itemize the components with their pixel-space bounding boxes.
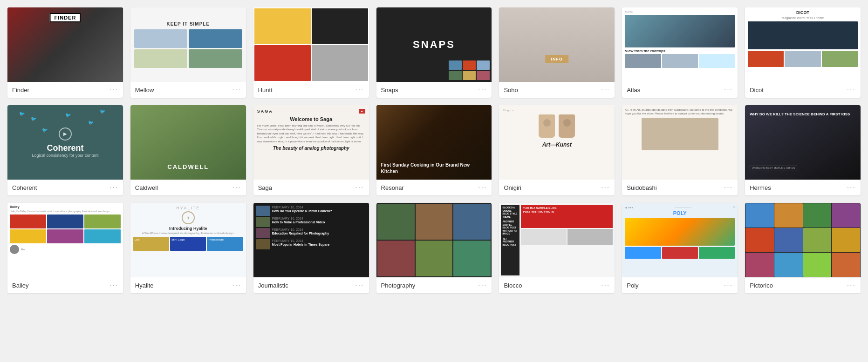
- bailey-header: Bailey: [10, 205, 121, 208]
- atlas-header: SOHO: [625, 10, 735, 13]
- theme-options-resonar[interactable]: ···: [478, 183, 487, 192]
- theme-card-finder[interactable]: FINDER Finder ···: [7, 7, 123, 98]
- theme-name-journalistic: Journalistic: [258, 282, 288, 289]
- onigiri-header: Onigiri ···: [503, 109, 514, 112]
- jour-item-4: FEBRUARY 10, 2014 Most Popular Hotels in…: [256, 239, 366, 249]
- poly-grid: [625, 247, 735, 259]
- theme-name-resonar: Resonar: [381, 184, 404, 191]
- theme-options-pictorico[interactable]: ···: [847, 281, 856, 289]
- theme-options-caldwell[interactable]: ···: [232, 183, 241, 192]
- theme-card-mellow[interactable]: KEEP IT SIMPLE Mellow ···: [130, 7, 246, 98]
- hyalite-gallery: Lux Mini Logo Promenade: [133, 237, 243, 251]
- theme-card-suidobashi[interactable]: A.I. (TM) Art, an artist doll designs fr…: [622, 105, 738, 195]
- theme-card-blocco[interactable]: BLOGCO A UNIQUE BLOG STYLE THEME ANOTHER…: [499, 203, 615, 293]
- dicot-cell-1: [748, 51, 784, 67]
- theme-card-poly[interactable]: ◀ ●●● —————— ≡ POLY Poly ···: [622, 203, 738, 293]
- theme-card-journalistic[interactable]: FEBRUARY 10, 2014 How Do You Operate a 3…: [253, 203, 369, 293]
- theme-options-onigiri[interactable]: ···: [601, 183, 610, 192]
- atlas-small-1: [625, 54, 661, 68]
- onigiri-bag-1: [539, 114, 555, 138]
- blocco-top-text: THIS IS A SAMPLE BLOG POST WITH NO PHOTO: [523, 207, 560, 214]
- saga-header: SAGA ■: [257, 109, 365, 114]
- hyalite-logo: HYALITE: [176, 206, 200, 210]
- hyalite-gallery-cell-2: Mini Logo: [170, 237, 206, 251]
- theme-footer-poly: Poly ···: [622, 277, 738, 293]
- theme-options-blocco[interactable]: ···: [601, 281, 610, 289]
- poly-header-bar: ◀ ●●● —————— ≡: [625, 206, 735, 209]
- atlas-hero: [625, 15, 735, 47]
- theme-thumbnail-caldwell: CALDWELL: [130, 105, 246, 180]
- theme-options-snaps[interactable]: ···: [478, 86, 487, 94]
- huntt-cell-3: [254, 45, 311, 81]
- theme-footer-snaps: Snaps ···: [376, 82, 492, 98]
- theme-card-atlas[interactable]: SOHO View from the rooftops Atlas ···: [622, 7, 738, 98]
- theme-card-hyalite[interactable]: HYALITE ✦ Introducing Hyalite A WordPres…: [130, 203, 246, 293]
- snaps-mini-3: [477, 60, 490, 70]
- hyalite-gallery-cell-3: Promenade: [207, 237, 243, 251]
- theme-card-resonar[interactable]: First Sunday Cooking in Our Brand New Ki…: [376, 105, 492, 195]
- theme-footer-soho: Soho ···: [499, 82, 615, 98]
- theme-thumbnail-resonar: First Sunday Cooking in Our Brand New Ki…: [376, 105, 492, 180]
- onigiri-bag-2: [559, 114, 575, 138]
- suidobashi-img: [642, 118, 718, 150]
- theme-options-finder[interactable]: ···: [109, 86, 118, 94]
- hyalite-title: Introducing Hyalite: [169, 226, 207, 231]
- soho-info-label: INFO: [546, 55, 569, 63]
- suidobashi-text: A.I. (TM) Art, an artist doll designs fr…: [625, 108, 735, 116]
- theme-options-poly[interactable]: ···: [724, 281, 733, 289]
- theme-options-photography[interactable]: ···: [478, 281, 487, 289]
- caldwell-text: CALDWELL: [130, 163, 246, 170]
- theme-options-coherent[interactable]: ···: [109, 183, 118, 192]
- theme-options-mellow[interactable]: ···: [232, 86, 241, 94]
- pictorico-cell-10: [774, 253, 803, 277]
- hyalite-emblem: ✦: [182, 211, 195, 224]
- coherent-birds-bg: 🐦 🐦 🐦 🐦 🐦 🐦: [7, 105, 123, 180]
- theme-card-snaps[interactable]: SNAPS Snaps ···: [376, 7, 492, 98]
- theme-card-onigiri[interactable]: Onigiri ··· Art—Kunst Onigiri ···: [499, 105, 615, 195]
- theme-name-onigiri: Onigiri: [504, 184, 521, 191]
- theme-card-bailey[interactable]: Bailey Hello, I'm Bailey. I'm a mixed me…: [7, 203, 123, 293]
- coherent-play-btn[interactable]: ▶: [59, 127, 72, 141]
- theme-card-caldwell[interactable]: CALDWELL Caldwell ···: [130, 105, 246, 195]
- snaps-mini-2: [463, 60, 476, 70]
- theme-card-coherent[interactable]: 🐦 🐦 🐦 🐦 🐦 🐦 ▶ Coherent Logical consisten…: [7, 105, 123, 195]
- theme-options-hyalite[interactable]: ···: [232, 281, 241, 289]
- snaps-mini-4: [449, 71, 462, 80]
- jour-img-2: [256, 217, 270, 227]
- soho-portrait: INFO: [499, 7, 615, 82]
- theme-card-pictorico[interactable]: Pictorico ···: [745, 203, 861, 293]
- theme-footer-coherent: Coherent ···: [7, 180, 123, 195]
- theme-options-suidobashi[interactable]: ···: [724, 183, 733, 192]
- theme-thumbnail-dicot: DICOT Magazine WordPress Theme: [745, 7, 861, 82]
- mellow-title: KEEP IT SIMPLE: [166, 21, 210, 27]
- bailey-cell-5: [47, 229, 83, 243]
- theme-footer-blocco: Blocco ···: [499, 277, 615, 293]
- theme-name-dicot: Dicot: [750, 87, 764, 94]
- theme-thumbnail-journalistic: FEBRUARY 10, 2014 How Do You Operate a 3…: [253, 203, 369, 277]
- jour-item-1: FEBRUARY 10, 2014 How Do You Operate a 3…: [256, 206, 366, 216]
- blocco-bottom-cell-2: [567, 229, 613, 245]
- blocco-left-text1: BLOGCO A UNIQUE BLOG STYLE THEME: [502, 206, 518, 218]
- onigiri-bags: [539, 114, 575, 138]
- theme-options-hermes[interactable]: ···: [847, 183, 856, 192]
- theme-card-soho[interactable]: INFO Soho ···: [499, 7, 615, 98]
- theme-card-huntt[interactable]: Huntt ···: [253, 7, 369, 98]
- theme-card-dicot[interactable]: DICOT Magazine WordPress Theme Dicot ···: [745, 7, 861, 98]
- jour-num-3: FEBRUARY 10, 2014: [272, 228, 329, 231]
- resonar-text: First Sunday Cooking in Our Brand New Ki…: [381, 162, 487, 175]
- bailey-cell-1: [10, 215, 46, 228]
- theme-options-bailey[interactable]: ···: [109, 281, 118, 289]
- theme-options-journalistic[interactable]: ···: [355, 281, 364, 289]
- theme-card-hermes[interactable]: WHY DO WE KILL? THE SCIENCE BEHIND A FIR…: [745, 105, 861, 195]
- theme-options-huntt[interactable]: ···: [355, 86, 364, 94]
- huntt-cell-1: [254, 8, 311, 44]
- theme-options-saga[interactable]: ···: [355, 183, 364, 192]
- theme-options-atlas[interactable]: ···: [724, 86, 733, 94]
- theme-card-saga[interactable]: SAGA ■ Welcome to Saga For many years, I…: [253, 105, 369, 195]
- theme-card-photography[interactable]: Photography ···: [376, 203, 492, 293]
- snaps-mini-1: [449, 60, 462, 70]
- theme-options-dicot[interactable]: ···: [847, 86, 856, 94]
- theme-options-soho[interactable]: ···: [601, 86, 610, 94]
- onigiri-title: Art—Kunst: [542, 141, 572, 148]
- mellow-grid: [134, 29, 242, 68]
